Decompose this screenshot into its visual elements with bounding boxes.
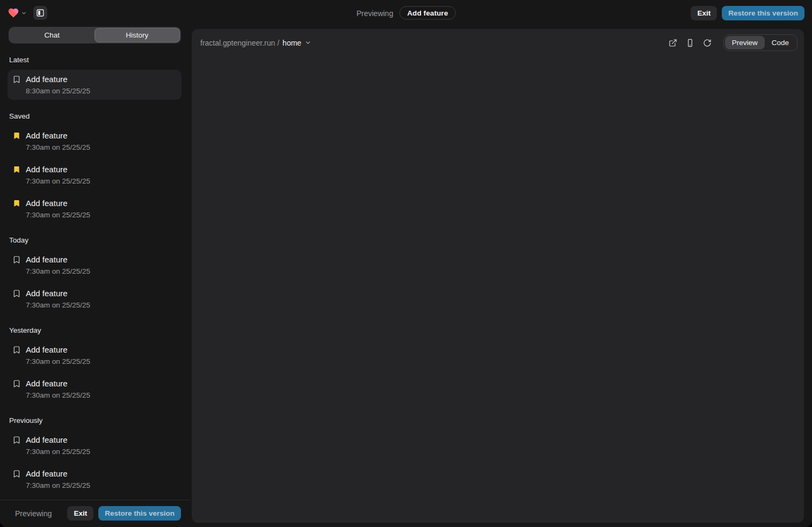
history-item-title: Add feature [26, 164, 176, 175]
history-item-timestamp: 7:30am on 25/25/25 [26, 357, 176, 367]
bookmark-outline-icon [12, 75, 21, 84]
section-header: Yesterday [9, 326, 182, 334]
restore-version-button[interactable]: Restore this version [98, 506, 181, 521]
open-external-button[interactable] [665, 36, 680, 50]
lovable-heart-logo-icon [8, 7, 19, 19]
refresh-icon [703, 39, 712, 47]
toggle-preview[interactable]: Preview [725, 36, 765, 49]
history-item-timestamp: 7:30am on 25/25/25 [26, 143, 176, 152]
refresh-button[interactable] [700, 36, 715, 50]
history-item-title: Add feature [26, 254, 176, 265]
history-item-timestamp: 7:30am on 25/25/25 [26, 301, 176, 310]
previewing-label: Previewing [15, 509, 67, 518]
section-header: Previously [9, 416, 182, 424]
bookmark-outline-icon [12, 289, 21, 298]
sidebar-toggle-button[interactable] [33, 6, 47, 20]
section-header: Saved [9, 112, 182, 120]
url-page: home [282, 39, 301, 47]
bookmark-outline-icon [12, 470, 21, 478]
history-item-title: Add feature [26, 130, 176, 141]
history-item-title: Add feature [26, 197, 176, 209]
history-item[interactable]: Add feature7:30am on 25/25/25 [8, 250, 182, 280]
app-window: { "topbar": { "previewing_label": "Previ… [0, 0, 812, 527]
history-item[interactable]: Add feature7:30am on 25/25/25 [8, 340, 182, 370]
smartphone-icon [686, 39, 694, 47]
bookmark-outline-icon [12, 379, 21, 388]
history-item-timestamp: 7:30am on 25/25/25 [26, 267, 176, 276]
bookmark-outline-icon [12, 346, 21, 354]
preview-header-actions: PreviewCode [665, 34, 798, 51]
chevron-down-icon [305, 39, 311, 46]
topbar-center: Previewing Add feature [357, 6, 456, 20]
sidebar-footer: Previewing Exit Restore this version [0, 500, 191, 527]
tab-chat[interactable]: Chat [10, 28, 95, 42]
history-item-title: Add feature [26, 434, 176, 445]
footer-buttons: Exit Restore this version [67, 506, 181, 521]
chevron-down-icon [21, 10, 27, 16]
sidebar-tabs: ChatHistory [9, 27, 181, 43]
section-header: Latest [9, 56, 182, 64]
history-item-timestamp: 7:30am on 25/25/25 [26, 447, 176, 457]
app-logo-menu[interactable] [8, 7, 27, 19]
history-item-title: Add feature [26, 378, 176, 389]
tab-history[interactable]: History [95, 28, 180, 42]
history-item[interactable]: Add feature7:30am on 25/25/25 [8, 160, 182, 190]
history-item-timestamp: 7:30am on 25/25/25 [26, 481, 176, 491]
history-item-timestamp: 7:30am on 25/25/25 [26, 391, 176, 400]
history-item-timestamp: 8:30am on 25/25/25 [26, 86, 176, 96]
bookmark-filled-icon [12, 131, 21, 140]
history-item[interactable]: Add feature7:30am on 25/25/25 [8, 284, 182, 314]
sidebar: ChatHistory LatestAdd feature8:30am on 2… [0, 26, 191, 527]
topbar-right: Exit Restore this version [691, 6, 804, 20]
bookmark-filled-icon [12, 165, 21, 174]
preview-header: fractal.gptengineer.run / home [192, 29, 804, 54]
history-item-title: Add feature [26, 288, 176, 299]
previewing-label: Previewing [357, 9, 393, 17]
preview-url-selector[interactable]: fractal.gptengineer.run / home [200, 39, 311, 47]
history-item-title: Add feature [26, 468, 176, 479]
history-item[interactable]: Add feature7:30am on 25/25/25 [8, 464, 182, 494]
external-link-icon [669, 39, 677, 47]
history-item[interactable]: Add feature7:30am on 25/25/25 [8, 430, 182, 460]
topbar: Previewing Add feature Exit Restore this… [0, 0, 812, 26]
preview-body [192, 54, 804, 523]
history-list: LatestAdd feature8:30am on 25/25/25Saved… [0, 43, 191, 500]
bookmark-outline-icon [12, 436, 21, 444]
history-item[interactable]: Add feature7:30am on 25/25/25 [8, 374, 182, 404]
preview-panel: fractal.gptengineer.run / home [192, 29, 804, 523]
history-item-title: Add feature [26, 74, 176, 85]
history-item-timestamp: 7:30am on 25/25/25 [26, 210, 176, 220]
history-item[interactable]: Add feature7:30am on 25/25/25 [8, 194, 182, 224]
toggle-code[interactable]: Code [765, 36, 796, 49]
view-toggle: PreviewCode [723, 34, 798, 51]
bookmark-filled-icon [12, 199, 21, 208]
url-host: fractal.gptengineer.run / [200, 39, 279, 47]
exit-button[interactable]: Exit [67, 506, 93, 521]
mobile-view-button[interactable] [683, 36, 698, 50]
history-item[interactable]: Add feature7:30am on 25/25/25 [8, 126, 182, 156]
history-item-title: Add feature [26, 344, 176, 355]
restore-version-button[interactable]: Restore this version [722, 6, 804, 20]
version-badge: Add feature [400, 6, 455, 20]
section-header: Today [9, 236, 182, 244]
topbar-left [8, 6, 47, 20]
panel-left-icon [36, 9, 45, 17]
exit-button[interactable]: Exit [691, 6, 717, 20]
bookmark-outline-icon [12, 255, 21, 264]
history-item[interactable]: Add feature8:30am on 25/25/25 [8, 70, 182, 100]
history-item-timestamp: 7:30am on 25/25/25 [26, 177, 176, 186]
